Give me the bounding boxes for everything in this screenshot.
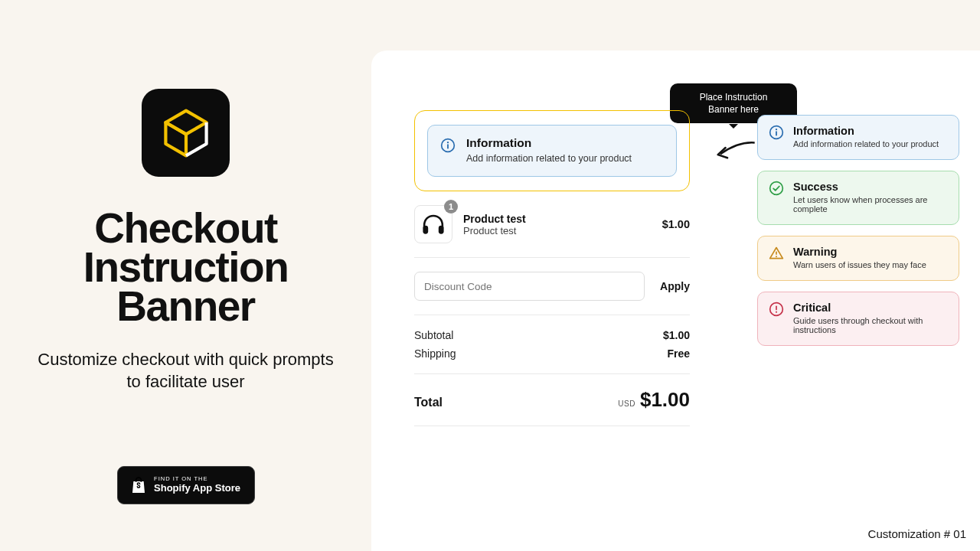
info-icon [440, 138, 456, 153]
product-variant: Product test [463, 225, 526, 236]
info-icon [769, 125, 784, 140]
banner-desc: Add information related to your product [466, 153, 664, 164]
banner-title: Information [466, 136, 664, 150]
page-subtitle: Customize checkout with quick prompts to… [33, 349, 339, 392]
information-banner: Information Add information related to y… [427, 125, 677, 177]
total-amount: $1.00 [640, 388, 690, 411]
preview-panel: Place Instruction Banner here Informatio… [371, 51, 980, 551]
divider [414, 315, 690, 315]
product-price: $1.00 [662, 218, 690, 230]
badge-line2: Shopify App Store [154, 483, 240, 494]
option-critical[interactable]: Critical Guide users through checkout wi… [757, 292, 959, 346]
product-thumbnail: 1 [414, 205, 452, 243]
product-name: Product test [463, 213, 526, 225]
svg-rect-10 [439, 226, 444, 234]
check-circle-icon [769, 181, 784, 196]
option-information[interactable]: Information Add information related to y… [757, 115, 959, 160]
shopping-bag-icon [131, 476, 146, 494]
arrow-icon [713, 139, 757, 165]
divider [414, 425, 690, 426]
shopify-app-store-badge[interactable]: FIND IT ON THE Shopify App Store [117, 466, 255, 504]
option-success[interactable]: Success Let users know when processes ar… [757, 171, 959, 225]
discount-code-input[interactable] [414, 272, 645, 301]
page-title: Checkout Instruction Banner [0, 209, 371, 326]
line-item: 1 Product test Product test $1.00 [414, 205, 690, 243]
divider [414, 373, 690, 374]
alert-circle-icon [769, 302, 784, 317]
shipping-row: Shipping Free [414, 347, 690, 360]
banner-insert-zone[interactable]: Information Add information related to y… [414, 110, 690, 191]
warning-triangle-icon [769, 246, 784, 261]
total-row: Total USD$1.00 [414, 388, 690, 412]
subtotal-row: Subtotal $1.00 [414, 329, 690, 341]
cube-icon [159, 106, 213, 160]
headphones-icon [420, 212, 446, 236]
svg-rect-9 [423, 226, 428, 234]
option-warning[interactable]: Warning Warn users of issues they may fa… [757, 236, 959, 281]
footer-tag: Customization # 01 [868, 527, 966, 540]
currency: USD [618, 399, 635, 408]
app-logo [142, 89, 230, 177]
apply-button[interactable]: Apply [660, 280, 690, 292]
quantity-badge: 1 [444, 200, 458, 214]
divider [414, 257, 690, 258]
